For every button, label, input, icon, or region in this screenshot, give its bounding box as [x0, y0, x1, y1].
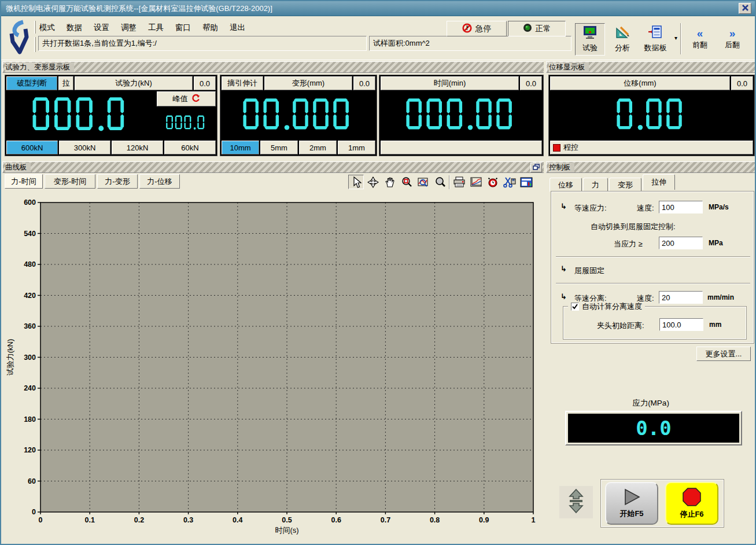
menu-adjust[interactable]: 调整 — [120, 22, 138, 34]
stop-button[interactable]: 停止F6 — [665, 482, 718, 525]
page-prev-button[interactable]: « 前翻 — [685, 23, 715, 56]
zoom-curve-icon[interactable] — [415, 175, 431, 189]
toolbar-separator — [680, 23, 681, 54]
normal-status-button[interactable]: 正常 — [508, 21, 566, 36]
page-next-button[interactable]: » 后翻 — [717, 23, 747, 56]
separator-line — [556, 283, 750, 284]
menu-exit[interactable]: 退出 — [228, 22, 246, 34]
auto-calc-label: 自动计算分离速度 — [582, 301, 642, 312]
svg-text:0.6: 0.6 — [331, 516, 341, 524]
pan-hand-icon[interactable] — [382, 175, 397, 189]
range-10mm-button[interactable]: 10mm — [222, 141, 259, 154]
stress-threshold-input[interactable] — [659, 237, 703, 249]
svg-text:1: 1 — [532, 516, 536, 524]
no-entry-icon: ! — [462, 23, 472, 35]
range-120kn-button[interactable]: 120kN — [112, 141, 163, 154]
stress-threshold-unit: MPa — [709, 239, 723, 247]
auto-calc-checkbox[interactable] — [571, 303, 579, 311]
menu-mode[interactable]: 模式 — [38, 22, 56, 34]
svg-text:420: 420 — [24, 292, 36, 300]
pull-mode-button[interactable]: 拉 — [58, 76, 73, 90]
more-settings-button[interactable]: 更多设置... — [696, 347, 751, 361]
databoard-button[interactable]: 数据板 — [637, 23, 673, 56]
chevrons-right-icon: » — [729, 29, 736, 38]
timer-icon[interactable] — [485, 175, 500, 189]
auto-calc-groupbox: 自动计算分离速度 夹头初始距离: mm — [563, 306, 747, 340]
range-300kn-button[interactable]: 300kN — [59, 141, 110, 154]
menu-window[interactable]: 窗口 — [174, 22, 192, 34]
displacement-panel-header: 位移显示板 — [546, 61, 755, 73]
svg-text:0.7: 0.7 — [381, 516, 390, 524]
svg-text:60: 60 — [28, 477, 36, 485]
data-status-field: 共打开数据1条,当前位置为1,编号:/ — [38, 36, 367, 51]
svg-text:0: 0 — [39, 516, 43, 524]
auto-switch-caption: 自动切换到屈服固定控制: — [591, 222, 676, 232]
range-60kn-button[interactable]: 60kN — [164, 141, 216, 154]
range-2mm-button[interactable]: 2mm — [299, 141, 337, 154]
svg-text:120: 120 — [24, 446, 36, 454]
range-600kn-button[interactable]: 600kN — [6, 141, 58, 154]
tab-deform-time[interactable]: 变形-时间 — [45, 174, 95, 189]
data-board-icon[interactable] — [518, 175, 534, 189]
restore-window-icon — [533, 164, 540, 172]
menu-data[interactable]: 数据 — [65, 22, 83, 34]
time-display-group: 时间(min) 0.0 — [379, 75, 544, 156]
cursor-icon[interactable] — [348, 175, 364, 189]
data-panel-icon — [648, 25, 663, 41]
menu-help[interactable]: 帮助 — [201, 22, 219, 34]
force-time-chart[interactable]: 06012018024030036042048054060000.10.20.3… — [3, 190, 544, 544]
test-view-button[interactable]: 试验 — [575, 23, 605, 56]
tensile-control-box: ↳ 等速应力: 速度: MPa/s 自动切换到屈服固定控制: 当应力 ≥ MPa… — [551, 191, 754, 344]
force-panel-header: 试验力、变形显示板 — [2, 61, 544, 73]
jog-updown-icon — [567, 488, 585, 516]
magnifier-icon[interactable] — [432, 175, 448, 189]
displacement-channel-label: 位移(mm) — [550, 76, 730, 90]
grip-distance-input[interactable] — [659, 318, 703, 331]
separation-speed-unit: mm/min — [707, 293, 734, 301]
snip-save-icon[interactable] — [501, 175, 517, 189]
tab-force-displacement[interactable]: 力-位移 — [139, 174, 180, 189]
close-button[interactable] — [739, 3, 751, 14]
separation-speed-input[interactable] — [659, 291, 703, 304]
peak-display — [157, 108, 216, 139]
stress-speed-unit: MPa/s — [709, 203, 729, 211]
tab-displacement-control[interactable]: 位移 — [550, 178, 582, 192]
curve-toolbar — [348, 175, 534, 189]
crosshair-icon[interactable] — [365, 175, 381, 189]
range-5mm-button[interactable]: 5mm — [260, 141, 298, 154]
green-led-icon — [523, 23, 532, 34]
status-grip — [34, 37, 36, 52]
displacement-display — [550, 91, 753, 139]
tab-deform-control[interactable]: 变形 — [609, 178, 641, 192]
databoard-dropdown-caret[interactable]: ▾ — [674, 35, 677, 41]
stress-display-label: 应力(MPa) — [546, 398, 755, 408]
analysis-button[interactable]: 分析 — [608, 23, 637, 56]
emergency-stop-button[interactable]: ! 急停 — [447, 21, 507, 36]
app-logo-icon — [6, 20, 32, 56]
curve-compare-icon[interactable] — [468, 175, 484, 189]
break-detect-button[interactable]: 破型判断 — [6, 76, 57, 90]
peak-button[interactable]: 峰值 — [157, 91, 216, 106]
start-button[interactable]: 开始F5 — [605, 482, 658, 525]
zoom-box-icon[interactable] — [399, 175, 414, 189]
print-icon[interactable] — [451, 175, 467, 189]
tab-force-control[interactable]: 力 — [583, 178, 608, 192]
close-icon — [742, 4, 748, 13]
svg-text:0.2: 0.2 — [134, 516, 144, 524]
extensometer-button[interactable]: 摘引伸计 — [222, 76, 263, 90]
force-channel-label: 试验力(kN) — [75, 76, 193, 90]
tab-tensile-control[interactable]: 拉伸 — [643, 174, 675, 190]
control-panel-header: 控制板 — [546, 161, 755, 173]
app-window: 微机控制电液伺服万能试验机测控系统--[金属材料室温拉伸试验(GB/T228-2… — [0, 0, 756, 545]
menu-bar: 模式 数据 设置 调整 工具 窗口 帮助 退出 — [38, 22, 246, 34]
menu-settings[interactable]: 设置 — [93, 22, 110, 34]
tab-force-time[interactable]: 力-时间 — [5, 174, 43, 189]
svg-text:300: 300 — [24, 353, 36, 362]
menu-tools[interactable]: 工具 — [147, 22, 165, 34]
jog-updown-button[interactable] — [559, 486, 593, 518]
tab-force-deform[interactable]: 力-变形 — [97, 174, 138, 189]
restore-window-button[interactable] — [530, 163, 542, 172]
deform-small-value: 0.0 — [353, 76, 375, 90]
stress-speed-input[interactable] — [659, 201, 703, 213]
range-1mm-button[interactable]: 1mm — [338, 141, 375, 154]
